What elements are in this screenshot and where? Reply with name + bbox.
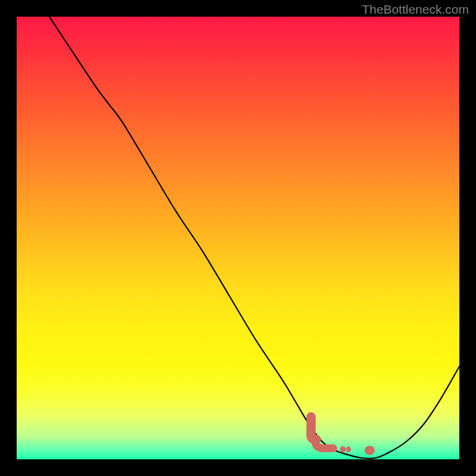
- watermark-text: TheBottleneck.com: [362, 2, 469, 17]
- marker-dot: [340, 446, 346, 453]
- bottleneck-curve: [17, 17, 459, 459]
- marker-dot: [346, 446, 351, 452]
- curve-markers: [311, 417, 375, 455]
- marker-dot: [365, 446, 375, 455]
- marker-hook: [315, 441, 333, 449]
- curve-line: [17, 0, 459, 459]
- outer-frame: TheBottleneck.com: [0, 0, 476, 476]
- marker-vertical-blob: [311, 417, 317, 440]
